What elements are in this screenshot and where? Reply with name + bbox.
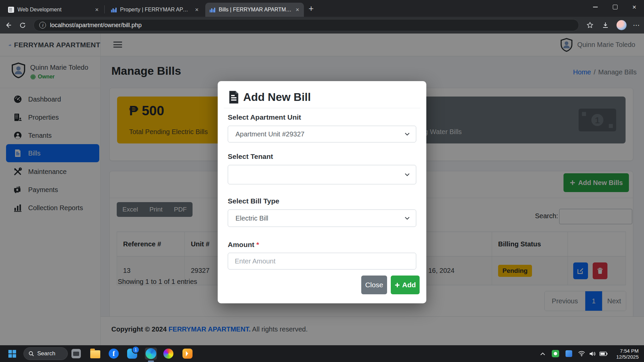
taskbar-file-explorer[interactable]	[89, 348, 101, 360]
amount-input[interactable]	[228, 253, 416, 269]
modal-add-button[interactable]: Add	[391, 276, 420, 294]
modal-title: Add New Bill	[243, 91, 311, 104]
address-bar[interactable]: i localhost/apartment/owner/bill.php	[34, 19, 579, 31]
green-app-icon	[552, 350, 559, 357]
browser-toolbar: i localhost/apartment/owner/bill.php ⋯	[0, 17, 644, 34]
tray-volume[interactable]	[588, 345, 597, 362]
clock-time: 7:54 PM	[616, 348, 639, 354]
chevron-up-icon	[540, 352, 545, 355]
download-icon	[602, 21, 609, 29]
active-app-indicator	[148, 361, 154, 362]
amount-label: Amount*	[228, 241, 259, 249]
page-viewport: FERRYMAR APARTMENT Quinn Marie Toledo Qu…	[0, 34, 644, 345]
tab-property[interactable]: Property | FERRYMAR APARTMENT ×	[107, 3, 203, 17]
tray-blue-app[interactable]	[564, 345, 574, 362]
tray-show-hidden-icons[interactable]	[538, 345, 547, 362]
tab-close-icon[interactable]: ×	[295, 6, 300, 13]
tenant-select[interactable]	[228, 165, 416, 184]
window-minimize-button[interactable]	[586, 0, 605, 14]
required-asterisk: *	[256, 241, 259, 248]
folder-icon	[90, 350, 100, 358]
tab-divider	[104, 5, 105, 13]
browser-tab-bar: Web Development × Property | FERRYMAR AP…	[0, 0, 644, 17]
tab-bills-active[interactable]: Bills | FERRYMAR APARTMENT ×	[205, 3, 304, 17]
back-button[interactable]	[3, 20, 13, 30]
clock-date: 12/5/2025	[616, 354, 639, 360]
edge-browser-icon	[146, 348, 156, 359]
notification-badge: 1	[132, 346, 140, 354]
tray-battery[interactable]	[598, 345, 608, 362]
screen: Web Development × Property | FERRYMAR AP…	[0, 0, 644, 362]
taskbar-clock[interactable]: 7:54 PM 12/5/2025	[616, 348, 639, 360]
media-app-icon	[182, 349, 193, 359]
tab-title: Bills | FERRYMAR APARTMENT	[219, 7, 291, 13]
apartment-unit-value: Apartment Unit #29327	[235, 130, 305, 138]
url-text: localhost/apartment/owner/bill.php	[50, 22, 142, 29]
reload-button[interactable]	[17, 20, 28, 30]
chevron-down-icon	[405, 172, 410, 177]
modal-close-button[interactable]: Close	[361, 276, 387, 294]
search-icon	[29, 351, 34, 357]
tenant-label: Select Tenant	[228, 153, 273, 161]
bookmark-star-button[interactable]	[585, 20, 595, 30]
window-close-button[interactable]: ×	[625, 0, 644, 14]
speaker-icon	[589, 351, 596, 357]
plus-icon	[394, 282, 400, 288]
star-icon	[587, 22, 593, 28]
tray-green-app[interactable]	[551, 345, 560, 362]
browser-profile-avatar[interactable]	[616, 20, 627, 30]
chevron-down-icon	[405, 216, 410, 221]
chart-favicon-icon	[111, 7, 117, 13]
tray-wifi[interactable]	[577, 345, 586, 362]
amount-label-text: Amount	[228, 241, 254, 248]
taskbar-app-window[interactable]	[70, 348, 82, 360]
chart-favicon-icon	[209, 7, 215, 13]
apartment-unit-select[interactable]: Apartment Unit #29327	[228, 126, 416, 142]
new-tab-button[interactable]: +	[309, 4, 314, 13]
bill-type-label: Select Bill Type	[228, 197, 279, 205]
taskbar-photos-app[interactable]	[162, 348, 174, 360]
taskbar-chat-app[interactable]: 1	[126, 348, 138, 360]
taskbar: Search f 1 7:54 PM 12/5/2025	[0, 345, 644, 362]
bill-document-icon	[228, 90, 240, 104]
photos-app-icon	[163, 349, 173, 359]
modal-divider	[224, 108, 420, 108]
modal-header: Add New Bill	[228, 90, 311, 104]
tab-close-icon[interactable]: ×	[194, 6, 199, 13]
battery-icon	[599, 352, 607, 356]
tab-web-development[interactable]: Web Development ×	[4, 3, 103, 17]
reload-icon	[19, 22, 26, 29]
bill-type-select[interactable]: Electric Bill	[228, 209, 416, 227]
modal-add-label: Add	[402, 281, 416, 289]
taskbar-search-label: Search	[37, 350, 55, 357]
tab-title: Property | FERRYMAR APARTMENT	[120, 7, 191, 13]
taskbar-edge-browser-active[interactable]	[145, 348, 157, 360]
windows-logo-icon	[8, 350, 16, 358]
tab-close-icon[interactable]: ×	[94, 6, 99, 13]
browser-menu-button[interactable]: ⋯	[631, 20, 641, 30]
taskbar-facebook[interactable]: f	[108, 348, 120, 360]
apartment-unit-label: Select Apartment Unit	[228, 113, 301, 121]
downloads-button[interactable]	[600, 20, 610, 30]
taskbar-media-app[interactable]	[181, 348, 194, 360]
back-arrow-icon	[5, 21, 12, 29]
window-maximize-button[interactable]	[605, 0, 625, 14]
site-info-icon[interactable]: i	[39, 22, 46, 28]
facebook-icon: f	[109, 349, 119, 359]
add-new-bill-modal: Add New Bill Select Apartment Unit Apart…	[218, 81, 426, 303]
chevron-down-icon	[405, 132, 410, 136]
bill-type-value: Electric Bill	[235, 215, 268, 222]
app-window-icon	[71, 349, 81, 358]
tab-title: Web Development	[17, 7, 91, 13]
blue-app-icon	[566, 350, 572, 357]
wifi-icon	[578, 351, 585, 356]
page-favicon-icon	[8, 7, 14, 13]
start-button[interactable]	[8, 350, 16, 358]
taskbar-search[interactable]: Search	[23, 347, 68, 360]
